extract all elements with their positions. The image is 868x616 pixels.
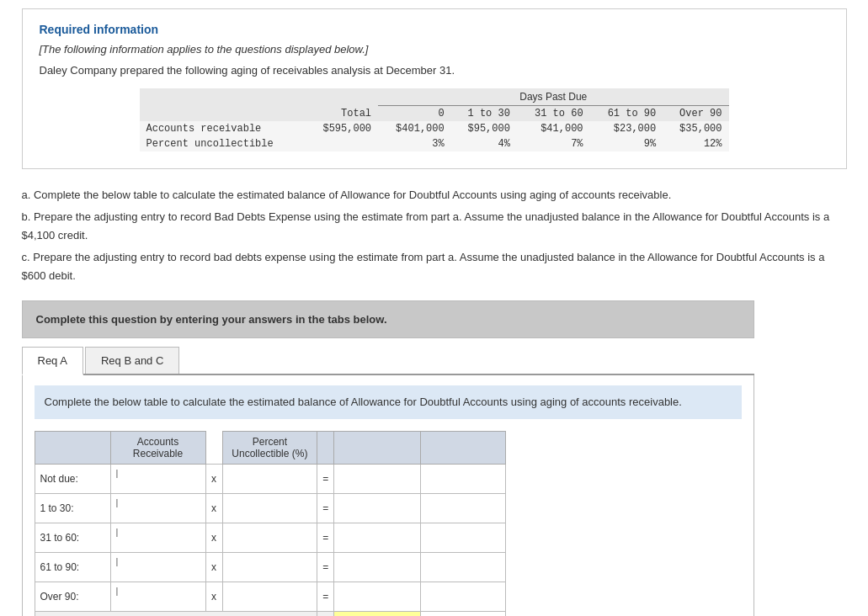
part-a-instruction: a. Complete the below table to calculate… [22,186,847,204]
col-pct-header: PercentUncollectible (%) [222,431,317,464]
info-italic: [The following information applies to th… [40,43,829,56]
equals-over90: = [317,581,334,611]
tab-a-description: Complete the below table to calculate th… [35,385,742,419]
pct-61to90: 9% [590,136,663,151]
required-info-title: Required information [40,23,829,36]
col-extra-header [421,431,505,464]
row-over90: Over 90: | x = [35,581,505,611]
col-0: 0 [378,106,451,122]
days-past-due-header: Days Past Due [378,88,728,106]
row-not-due: Not due: | x = [35,464,505,493]
pct-31to60-input[interactable] [228,532,312,544]
input-ar-31to60[interactable]: | [110,523,205,552]
result-over90 [334,581,421,611]
col-31to60: 31 to 60 [517,106,590,122]
ar-31to60: $41,000 [517,121,590,136]
equals-not-due: = [317,464,334,493]
operator-61to90: x [205,552,222,581]
col-over90: Over 90 [663,106,728,122]
ar-31to60-input[interactable] [116,538,200,550]
ar-61to90-input[interactable] [116,567,200,579]
ar-over90: $35,000 [663,121,728,136]
ar-total: $595,000 [305,121,378,136]
pct-61to90-input[interactable] [228,561,312,573]
col-ar-header: AccountsReceivable [110,431,205,464]
row-31to60: 31 to 60: | x = [35,523,505,552]
extra-1to30 [421,493,505,523]
input-ar-not-due[interactable]: | [110,464,205,493]
label-not-due: Not due: [35,464,110,493]
tab-bar: Req A Req B and C [22,347,754,375]
label-31to60: 31 to 60: [35,523,110,552]
ar-1to30: $95,000 [451,121,517,136]
col-61to90: 61 to 90 [590,106,663,122]
equals-61to90: = [317,552,334,581]
part-c-instruction: c. Prepare the adjusting entry to record… [22,248,847,285]
input-ar-over90[interactable]: | [110,581,205,611]
tab-req-b-c[interactable]: Req B and C [85,347,179,374]
col-1to30: 1 to 30 [451,106,517,122]
operator-over90: x [205,581,222,611]
label-61to90: 61 to 90: [35,552,110,581]
tabs-container: Req A Req B and C Complete the below tab… [22,347,754,616]
ar-1to30-input[interactable] [116,508,200,520]
pct-1to30: 4% [451,136,517,151]
pct-not-due-input[interactable] [228,473,312,485]
result-not-due [334,464,421,493]
total-label: Estimated balance of allowance for uncol… [35,611,317,616]
pct-over90-input[interactable] [228,591,312,603]
extra-over90 [421,581,505,611]
ar-0: $401,000 [378,121,451,136]
outer-container: Required information [The following info… [22,8,847,616]
row-61to90: 61 to 90: | x = [35,552,505,581]
result-31to60 [334,523,421,552]
col-result-header [334,431,421,464]
total-value-yellow[interactable] [334,611,421,616]
complete-box: Complete this question by entering your … [22,300,754,338]
tab-a-content: Complete the below table to calculate th… [22,375,754,616]
instructions: a. Complete the below table to calculate… [22,186,847,285]
total-extra [421,611,505,616]
input-pct-61to90[interactable] [222,552,317,581]
extra-31to60 [421,523,505,552]
required-info-box: Required information [The following info… [22,8,847,169]
pct-0: 3% [378,136,451,151]
equals-1to30: = [317,493,334,523]
pct-1to30-input[interactable] [228,502,312,514]
extra-61to90 [421,552,505,581]
result-1to30 [334,493,421,523]
ar-label: Accounts receivable [140,121,306,136]
tab-req-a[interactable]: Req A [22,347,83,375]
pct-total [305,136,378,151]
part-b-instruction: b. Prepare the adjusting entry to record… [22,208,847,245]
row-total: Estimated balance of allowance for uncol… [35,611,505,616]
intro-text: Daley Company prepared the following agi… [40,64,829,77]
operator-31to60: x [205,523,222,552]
ar-61to90: $23,000 [590,121,663,136]
input-ar-61to90[interactable]: | [110,552,205,581]
pct-over90: 12% [663,136,728,151]
result-61to90 [334,552,421,581]
equals-31to60: = [317,523,334,552]
ar-over90-input[interactable] [116,597,200,608]
input-pct-31to60[interactable] [222,523,317,552]
col-total: Total [305,106,378,122]
col-label-header [35,431,110,464]
input-ar-1to30[interactable]: | [110,493,205,523]
input-pct-not-due[interactable] [222,464,317,493]
row-1to30: 1 to 30: | x = [35,493,505,523]
pct-31to60: 7% [517,136,590,151]
allowance-table: AccountsReceivable PercentUncollectible … [35,431,506,616]
input-pct-1to30[interactable] [222,493,317,523]
operator-not-due: x [205,464,222,493]
ar-not-due-input[interactable] [116,479,200,491]
pct-label: Percent uncollectible [140,136,306,151]
operator-1to30: x [205,493,222,523]
label-1to30: 1 to 30: [35,493,110,523]
extra-not-due [421,464,505,493]
input-pct-over90[interactable] [222,581,317,611]
label-over90: Over 90: [35,581,110,611]
